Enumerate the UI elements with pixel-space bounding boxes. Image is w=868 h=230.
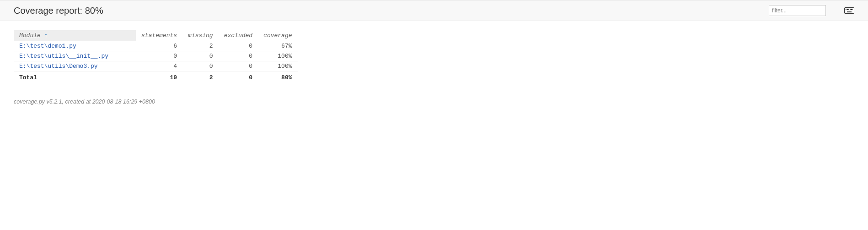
cell-statements: 4	[136, 61, 182, 71]
cell-module: E:\test\utils\__init__.py	[14, 51, 136, 61]
sort-arrow-icon: ↑	[44, 32, 48, 39]
module-link[interactable]: E:\test\demo1.py	[19, 43, 76, 49]
cell-statements: 6	[136, 41, 182, 51]
column-header-module[interactable]: Module ↑	[14, 30, 136, 41]
cell-coverage: 100%	[258, 51, 297, 61]
coverage-table: Module ↑ statements missing excluded cov…	[14, 30, 298, 82]
cell-coverage: 67%	[258, 41, 297, 51]
page-header: Coverage report: 80%	[0, 0, 868, 21]
cell-total-statements: 10	[136, 71, 182, 83]
cell-total-coverage: 80%	[258, 71, 297, 83]
cell-missing: 2	[182, 41, 219, 51]
module-link[interactable]: E:\test\utils\__init__.py	[19, 53, 108, 60]
table-row: E:\test\utils\__init__.py000100%	[14, 51, 298, 61]
column-header-missing[interactable]: missing	[182, 30, 219, 41]
cell-statements: 0	[136, 51, 182, 61]
cell-missing: 0	[182, 51, 219, 61]
cell-excluded: 0	[219, 51, 258, 61]
column-header-statements[interactable]: statements	[136, 30, 182, 41]
keyboard-icon[interactable]	[844, 7, 854, 14]
content-area: Module ↑ statements missing excluded cov…	[0, 21, 868, 92]
cell-module: E:\test\utils\Demo3.py	[14, 61, 136, 71]
table-row: E:\test\demo1.py62067%	[14, 41, 298, 51]
column-header-excluded[interactable]: excluded	[219, 30, 258, 41]
cell-total-missing: 2	[182, 71, 219, 83]
header-controls	[769, 5, 854, 16]
table-row: E:\test\utils\Demo3.py400100%	[14, 61, 298, 71]
page-title: Coverage report: 80%	[14, 5, 103, 16]
cell-coverage: 100%	[258, 61, 297, 71]
cell-total-excluded: 0	[219, 71, 258, 83]
column-header-coverage[interactable]: coverage	[258, 30, 297, 41]
module-link[interactable]: E:\test\utils\Demo3.py	[19, 63, 98, 70]
table-row-total: Total102080%	[14, 71, 298, 83]
cell-excluded: 0	[219, 41, 258, 51]
cell-module: E:\test\demo1.py	[14, 41, 136, 51]
page-footer: coverage.py v5.2.1, created at 2020-08-1…	[0, 92, 868, 112]
cell-missing: 0	[182, 61, 219, 71]
cell-total-label: Total	[14, 71, 136, 83]
column-header-module-label: Module	[19, 32, 41, 39]
footer-text: coverage.py v5.2.1, created at 2020-08-1…	[14, 99, 155, 105]
cell-excluded: 0	[219, 61, 258, 71]
filter-input[interactable]	[769, 5, 826, 16]
